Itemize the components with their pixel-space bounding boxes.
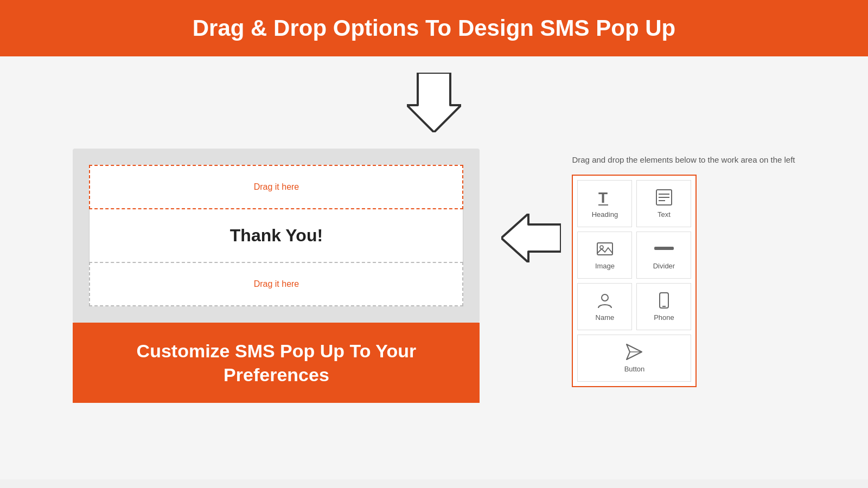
name-icon — [596, 292, 614, 309]
content-section: Drag it here Thank You! Drag it here Cus… — [0, 149, 868, 403]
drag-zone-top-text: Drag it here — [254, 182, 299, 191]
main-content: Drag it here Thank You! Drag it here Cus… — [0, 56, 868, 479]
element-button[interactable]: Button — [577, 335, 691, 382]
element-phone[interactable]: Phone — [636, 283, 691, 330]
button-label: Button — [624, 365, 645, 373]
popup-editor-inner: Drag it here Thank You! Drag it here — [73, 149, 480, 323]
elements-grid-container: T Heading Text — [572, 175, 697, 387]
arrow-left-container — [501, 214, 561, 262]
bottom-banner-line1: Customize SMS Pop Up To Your — [137, 341, 417, 361]
arrow-down-container — [407, 73, 461, 132]
header: Drag & Drop Options To Design SMS Pop Up — [0, 0, 868, 56]
svg-point-10 — [602, 294, 608, 301]
element-heading[interactable]: T Heading — [577, 180, 632, 227]
drag-zone-bottom-text: Drag it here — [254, 279, 299, 288]
bottom-banner-line2: Preferences — [224, 364, 329, 385]
svg-marker-0 — [407, 73, 461, 132]
heading-label: Heading — [592, 210, 618, 219]
arrow-down-icon — [407, 73, 461, 132]
content-zone-text: Thank You! — [230, 226, 323, 245]
elements-description: Drag and drop the elements below to the … — [572, 154, 795, 166]
element-name[interactable]: Name — [577, 283, 632, 330]
divider-icon — [654, 247, 674, 250]
bottom-banner-text: Customize SMS Pop Up To Your Preferences — [89, 339, 463, 387]
popup-editor-wrapper: Drag it here Thank You! Drag it here Cus… — [73, 149, 480, 403]
phone-icon — [655, 292, 673, 309]
phone-label: Phone — [654, 313, 674, 322]
popup-editor: Drag it here Thank You! Drag it here — [73, 149, 480, 323]
svg-rect-11 — [660, 293, 668, 308]
heading-icon: T — [596, 189, 614, 206]
image-icon — [596, 240, 614, 258]
button-icon — [626, 343, 643, 361]
name-label: Name — [596, 313, 615, 322]
image-label: Image — [595, 262, 615, 270]
elements-grid: T Heading Text — [577, 180, 691, 382]
element-text[interactable]: Text — [636, 180, 691, 227]
elements-panel: Drag and drop the elements below to the … — [572, 154, 795, 387]
drag-zone-bottom[interactable]: Drag it here — [89, 262, 463, 306]
svg-text:T: T — [598, 189, 608, 206]
text-icon — [655, 189, 673, 206]
header-title: Drag & Drop Options To Design SMS Pop Up — [0, 15, 868, 41]
divider-label: Divider — [653, 262, 675, 270]
element-divider[interactable]: Divider — [636, 232, 691, 279]
bottom-banner: Customize SMS Pop Up To Your Preferences — [73, 323, 480, 403]
svg-rect-8 — [597, 243, 612, 255]
arrow-left-icon — [501, 214, 561, 262]
text-label: Text — [658, 210, 671, 219]
element-image[interactable]: Image — [577, 232, 632, 279]
svg-marker-1 — [501, 214, 561, 262]
drag-zone-top[interactable]: Drag it here — [89, 165, 463, 209]
content-zone: Thank You! — [89, 209, 463, 262]
